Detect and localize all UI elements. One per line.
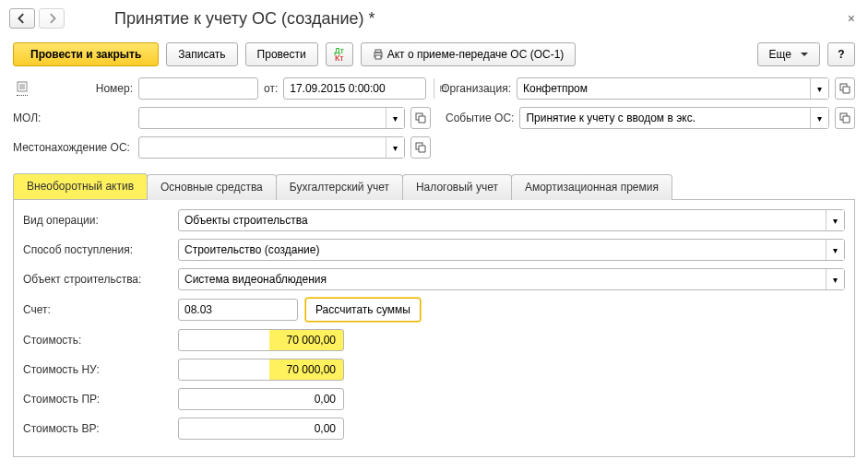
nav-back-button[interactable] bbox=[9, 8, 35, 29]
op-type-label: Вид операции: bbox=[23, 214, 171, 227]
account-label: Счет: bbox=[23, 303, 171, 316]
location-input-wrap[interactable]: ▾ bbox=[138, 136, 405, 159]
page-title: Принятие к учету ОС (создание) * bbox=[114, 9, 844, 29]
tab-noncurrent-asset[interactable]: Внеоборотный актив bbox=[13, 173, 148, 199]
printer-icon bbox=[373, 49, 384, 60]
location-label: Местонахождение ОС: bbox=[13, 141, 133, 154]
op-type-input[interactable] bbox=[179, 210, 826, 230]
location-input[interactable] bbox=[139, 137, 386, 158]
cost-label: Стоимость: bbox=[23, 334, 171, 347]
cost-pr-label: Стоимость ПР: bbox=[23, 393, 171, 406]
open-icon bbox=[839, 112, 850, 124]
cost-input[interactable] bbox=[178, 329, 344, 351]
account-input-wrap[interactable]: ▾ bbox=[178, 299, 298, 321]
cost-nu-label: Стоимость НУ: bbox=[23, 363, 171, 376]
tab-accounting[interactable]: Бухгалтерский учет bbox=[276, 174, 403, 200]
cost-vr-label: Стоимость ВР: bbox=[23, 422, 171, 435]
svg-rect-1 bbox=[375, 50, 381, 53]
number-input[interactable] bbox=[138, 77, 258, 100]
svg-rect-2 bbox=[375, 55, 381, 59]
mol-open-button[interactable] bbox=[410, 107, 431, 129]
print-act-label: Акт о приеме-передаче ОС (ОС-1) bbox=[387, 48, 565, 61]
event-dropdown-button[interactable]: ▾ bbox=[810, 108, 828, 128]
arrow-left-icon bbox=[17, 13, 28, 24]
cost-vr-input[interactable] bbox=[178, 418, 344, 440]
org-input[interactable] bbox=[517, 78, 810, 99]
write-button[interactable]: Записать bbox=[166, 42, 237, 66]
print-act-button[interactable]: Акт о приеме-передаче ОС (ОС-1) bbox=[361, 42, 577, 66]
object-dropdown-button[interactable]: ▾ bbox=[826, 269, 844, 289]
open-icon bbox=[415, 142, 426, 153]
tab-content: Вид операции: ▾ Способ поступления: ▾ Об… bbox=[13, 200, 855, 457]
event-open-button[interactable] bbox=[835, 107, 855, 129]
help-button[interactable]: ? bbox=[827, 42, 855, 66]
tab-amort-bonus[interactable]: Амортизационная премия bbox=[511, 174, 672, 200]
mol-input[interactable] bbox=[139, 108, 386, 128]
dt-kt-button[interactable]: ДтКт bbox=[326, 42, 353, 66]
date-input-wrap[interactable] bbox=[283, 77, 426, 100]
location-dropdown-button[interactable]: ▾ bbox=[386, 137, 404, 158]
close-button[interactable]: × bbox=[844, 7, 859, 29]
location-open-button[interactable] bbox=[410, 136, 431, 159]
org-label: Организация: bbox=[441, 82, 511, 95]
tab-tax[interactable]: Налоговый учет bbox=[402, 174, 512, 200]
event-input[interactable] bbox=[520, 108, 810, 128]
open-icon bbox=[839, 83, 850, 94]
cost-pr-input[interactable] bbox=[178, 388, 344, 410]
tab-bar: Внеоборотный актив Основные средства Бух… bbox=[13, 173, 855, 200]
mol-input-wrap[interactable]: ▾ bbox=[138, 107, 405, 129]
calculate-sums-button[interactable]: Рассчитать суммы bbox=[305, 298, 421, 322]
op-type-dropdown-button[interactable]: ▾ bbox=[826, 210, 844, 230]
event-label: Событие ОС: bbox=[446, 112, 514, 124]
post-and-close-button[interactable]: Провести и закрыть bbox=[13, 42, 159, 66]
cost-nu-input[interactable] bbox=[178, 359, 344, 381]
org-dropdown-button[interactable]: ▾ bbox=[810, 78, 828, 99]
number-label: Номер: bbox=[35, 82, 133, 95]
receipt-input[interactable] bbox=[179, 240, 826, 260]
more-button[interactable]: Еще bbox=[757, 42, 820, 66]
dtkt-icon: ДтКт bbox=[335, 47, 344, 62]
mol-label: МОЛ: bbox=[13, 112, 133, 124]
op-type-input-wrap[interactable]: ▾ bbox=[178, 209, 845, 231]
org-input-wrap[interactable]: ▾ bbox=[517, 77, 829, 100]
nav-forward-button[interactable] bbox=[39, 8, 65, 29]
post-button[interactable]: Провести bbox=[245, 42, 318, 66]
receipt-dropdown-button[interactable]: ▾ bbox=[826, 240, 844, 260]
arrow-right-icon bbox=[46, 13, 57, 24]
org-open-button[interactable] bbox=[835, 77, 855, 100]
object-input[interactable] bbox=[179, 269, 826, 289]
mol-dropdown-button[interactable]: ▾ bbox=[386, 108, 404, 128]
from-label: от: bbox=[264, 82, 278, 95]
open-icon bbox=[415, 112, 426, 124]
date-input[interactable] bbox=[284, 78, 434, 99]
event-input-wrap[interactable]: ▾ bbox=[519, 107, 829, 129]
document-icon bbox=[17, 81, 28, 92]
tab-fixed-assets[interactable]: Основные средства bbox=[147, 174, 277, 200]
object-label: Объект строительства: bbox=[23, 273, 171, 286]
object-input-wrap[interactable]: ▾ bbox=[178, 268, 845, 290]
doc-link-icon[interactable] bbox=[17, 81, 28, 96]
receipt-input-wrap[interactable]: ▾ bbox=[178, 239, 845, 261]
receipt-label: Способ поступления: bbox=[23, 243, 171, 256]
